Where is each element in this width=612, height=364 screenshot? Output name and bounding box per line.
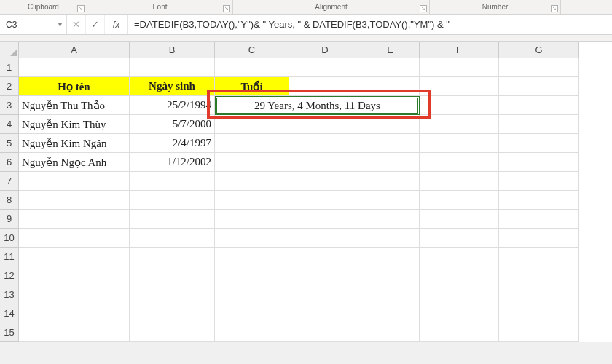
cell[interactable] [130,304,215,323]
cell[interactable] [130,248,215,266]
col-header[interactable]: B [130,42,215,58]
cell-dob[interactable]: 2/4/1997 [130,134,215,153]
cell[interactable] [420,229,499,248]
cell[interactable] [289,304,361,323]
cell[interactable] [215,134,289,153]
cell-dob[interactable]: 25/2/1994 [130,96,215,115]
col-header[interactable]: C [215,42,289,58]
cell[interactable] [420,248,499,266]
cell[interactable] [289,285,361,304]
cell[interactable] [19,285,130,304]
col-header[interactable]: G [499,42,579,58]
cell[interactable] [130,191,215,210]
col-header[interactable]: A [19,42,130,58]
row-header[interactable]: 8 [0,191,19,210]
cell[interactable] [420,172,499,191]
cell[interactable] [289,58,361,77]
cell[interactable] [420,285,499,304]
cell[interactable] [499,285,579,304]
cell[interactable] [361,304,420,323]
select-all-corner[interactable] [0,42,19,58]
cell[interactable] [19,58,130,77]
row-header[interactable]: 13 [0,285,19,304]
cell[interactable] [499,172,579,191]
cell[interactable] [289,134,361,153]
cell[interactable] [289,191,361,210]
cell[interactable] [499,248,579,266]
cell[interactable] [19,210,130,229]
col-header[interactable]: E [361,42,420,58]
row-header[interactable]: 4 [0,115,19,134]
header-name[interactable]: Họ tên [19,77,130,96]
cell[interactable] [215,285,289,304]
cell[interactable] [420,115,499,134]
row-header[interactable]: 10 [0,229,19,248]
cell[interactable] [499,134,579,153]
cell[interactable] [499,77,579,96]
cell[interactable] [361,172,420,191]
cell[interactable] [420,77,499,96]
row-header[interactable]: 1 [0,58,19,77]
cell[interactable] [130,266,215,285]
cell[interactable] [499,153,579,172]
cell[interactable] [19,229,130,248]
cell[interactable] [19,323,130,342]
cell[interactable] [420,58,499,77]
row-header[interactable]: 14 [0,304,19,323]
cell[interactable] [215,115,289,134]
chevron-down-icon[interactable]: ▼ [57,21,63,28]
col-header[interactable]: D [289,42,361,58]
cell[interactable] [499,58,579,77]
cell[interactable] [420,266,499,285]
cell-name[interactable]: Nguyễn Kim Ngân [19,134,130,153]
cell[interactable] [420,96,499,115]
cell[interactable] [215,304,289,323]
cell[interactable] [19,172,130,191]
cell[interactable] [215,266,289,285]
cell[interactable] [289,229,361,248]
cell[interactable] [420,134,499,153]
cell[interactable] [289,266,361,285]
dialog-launcher-icon[interactable]: ↘ [420,5,427,12]
cell[interactable] [499,191,579,210]
cell-name[interactable]: Nguyễn Ngọc Anh [19,153,130,172]
cell-name[interactable]: Nguyễn Kim Thùy [19,115,130,134]
cell[interactable] [19,248,130,266]
cell-dob[interactable]: 5/7/2000 [130,115,215,134]
cell[interactable] [499,115,579,134]
cell[interactable] [361,248,420,266]
cell[interactable] [361,153,420,172]
cell[interactable] [19,191,130,210]
cell[interactable] [289,77,361,96]
cell[interactable] [130,210,215,229]
row-header[interactable]: 6 [0,153,19,172]
cell[interactable] [499,304,579,323]
cell[interactable] [361,77,420,96]
cell[interactable] [289,248,361,266]
row-header[interactable]: 5 [0,134,19,153]
cell[interactable] [499,96,579,115]
cell[interactable] [19,304,130,323]
cell[interactable] [289,210,361,229]
row-header[interactable]: 11 [0,248,19,266]
cell[interactable] [215,153,289,172]
cell[interactable] [420,153,499,172]
cell[interactable] [420,191,499,210]
cell-name[interactable]: Nguyễn Thu Thảo [19,96,130,115]
cell[interactable] [499,266,579,285]
cell[interactable] [215,229,289,248]
row-header[interactable]: 12 [0,266,19,285]
header-dob[interactable]: Ngày sinh [130,77,215,96]
cell[interactable] [289,172,361,191]
cell-dob[interactable]: 1/12/2002 [130,153,215,172]
cell[interactable] [215,58,289,77]
cell[interactable] [130,323,215,342]
cell[interactable] [130,172,215,191]
cell[interactable] [130,58,215,77]
cell[interactable] [215,210,289,229]
dialog-launcher-icon[interactable]: ↘ [223,5,230,12]
cell[interactable] [19,266,130,285]
cell[interactable] [215,248,289,266]
accept-formula-button[interactable]: ✓ [86,15,105,34]
cell[interactable] [499,323,579,342]
